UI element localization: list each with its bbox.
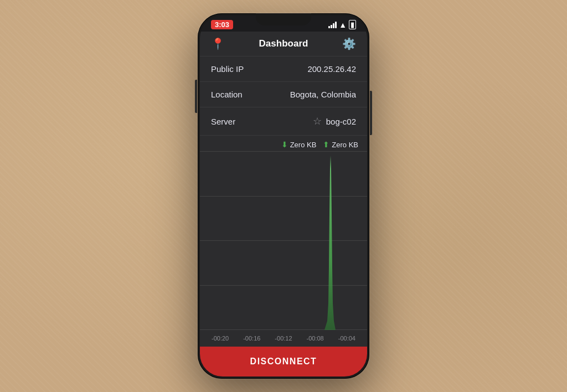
server-row: Server ☆ bog-c02: [200, 107, 367, 136]
status-time: 3:03: [211, 20, 233, 29]
upload-stat: ⬆ Zero KB: [323, 140, 358, 149]
disconnect-label: DISCONNECT: [250, 357, 317, 366]
location-row: Location Bogota, Colombia: [200, 82, 367, 107]
public-ip-value: 200.25.26.42: [307, 64, 356, 74]
chart-container: -00:20 -00:16 -00:12 -00:08 -00:04: [200, 151, 367, 347]
location-label: Location: [211, 90, 243, 99]
public-ip-label: Public IP: [211, 64, 244, 74]
chart-labels: -00:20 -00:16 -00:12 -00:08 -00:04: [200, 330, 367, 347]
side-button-right: [370, 91, 372, 135]
time-label-5: -00:04: [338, 335, 355, 342]
nav-bar: 📍 Dashboard ⚙️: [200, 32, 367, 56]
wifi-icon: ▲: [339, 20, 347, 29]
chart-svg: [200, 151, 367, 330]
phone-screen: 3:03 ▲ ▮ 📍 Dashboard ⚙️ Public IP: [200, 16, 367, 376]
location-value: Bogota, Colombia: [290, 90, 356, 99]
phone-outer: 3:03 ▲ ▮ 📍 Dashboard ⚙️ Public IP: [198, 13, 369, 379]
nav-title: Dashboard: [259, 38, 308, 49]
disconnect-button[interactable]: DISCONNECT: [200, 347, 367, 376]
time-label-2: -00:16: [243, 335, 260, 342]
location-pin-icon[interactable]: 📍: [211, 37, 225, 50]
server-label: Server: [211, 117, 235, 126]
chart-section: ⬇ Zero KB ⬆ Zero KB: [200, 136, 367, 347]
time-label-3: -00:12: [275, 335, 292, 342]
upload-value: Zero KB: [332, 141, 358, 149]
notch: [256, 13, 311, 25]
battery-icon: ▮: [349, 20, 356, 29]
settings-icon[interactable]: ⚙️: [342, 37, 356, 50]
info-section: Public IP 200.25.26.42 Location Bogota, …: [200, 56, 367, 136]
download-stat: ⬇ Zero KB: [281, 140, 317, 149]
public-ip-row: Public IP 200.25.26.42: [200, 56, 367, 82]
status-icons: ▲ ▮: [328, 20, 356, 29]
server-value: bog-c02: [326, 117, 356, 126]
side-button-left: [195, 80, 197, 113]
arrow-down-icon: ⬇: [281, 140, 288, 149]
signal-icon: [328, 22, 337, 28]
download-value: Zero KB: [290, 141, 317, 149]
star-icon[interactable]: ☆: [313, 115, 322, 127]
time-label-4: -00:08: [307, 335, 324, 342]
svg-marker-0: [308, 156, 344, 330]
arrow-up-icon: ⬆: [323, 140, 329, 149]
time-label-1: -00:20: [212, 335, 229, 342]
chart-stats: ⬇ Zero KB ⬆ Zero KB: [200, 136, 367, 151]
